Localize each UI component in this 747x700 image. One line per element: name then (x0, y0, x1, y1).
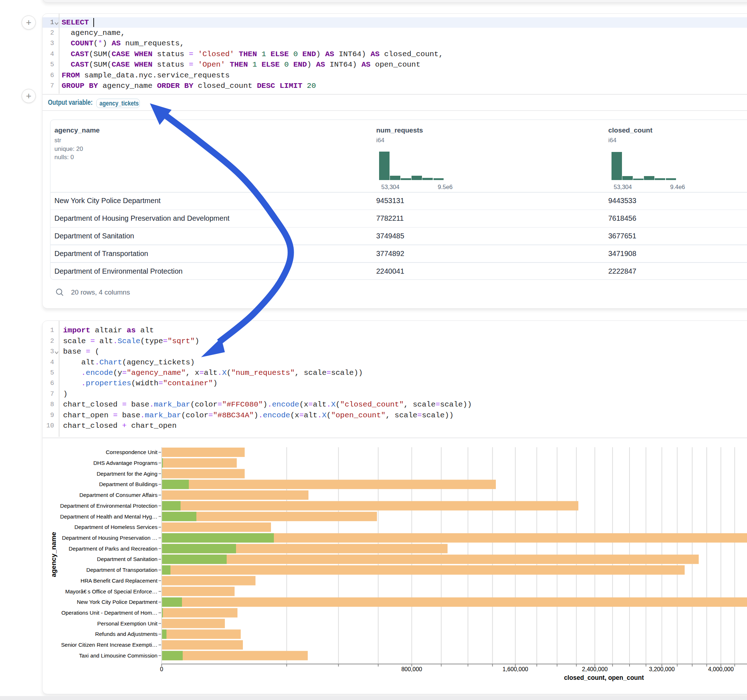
svg-text:0: 0 (160, 666, 163, 672)
svg-text:Department of Environmental Pr: Department of Environmental Protection (60, 503, 157, 509)
svg-text:Department of Consumer Affairs: Department of Consumer Affairs (79, 492, 157, 498)
svg-text:Mayorâ€ s Office of Special En: Mayorâ€ s Office of Special Enforce… (65, 588, 157, 594)
svg-text:Department of Health and Menta: Department of Health and Mental Hyg… (60, 513, 157, 520)
svg-text:Department of Parks and Recrea: Department of Parks and Recreation (68, 546, 157, 552)
svg-text:Department of Housing Preserva: Department of Housing Preservation … (62, 535, 157, 541)
svg-text:3,200,000: 3,200,000 (649, 666, 674, 672)
svg-text:Department of Transportation: Department of Transportation (86, 567, 157, 573)
svg-text:DHS Advantage Programs: DHS Advantage Programs (93, 460, 158, 466)
svg-text:Refunds and Adjustments: Refunds and Adjustments (95, 631, 157, 637)
svg-text:1,600,000: 1,600,000 (503, 666, 528, 672)
svg-text:4,000,000: 4,000,000 (708, 666, 734, 672)
svg-text:Department of Buildings: Department of Buildings (99, 481, 157, 487)
svg-text:2,400,000: 2,400,000 (582, 666, 608, 672)
svg-text:closed_count, open_count: closed_count, open_count (564, 674, 644, 681)
svg-text:Operations Unit - Department o: Operations Unit - Department of Hom… (61, 609, 157, 616)
svg-text:New York City Police Departmen: New York City Police Department (77, 599, 157, 605)
svg-text:Department of Homeless Service: Department of Homeless Services (75, 524, 158, 530)
svg-text:Department for the Aging: Department for the Aging (97, 471, 157, 477)
svg-text:agency_name: agency_name (50, 532, 57, 577)
svg-text:Department of Sanitation: Department of Sanitation (97, 556, 157, 562)
svg-text:HRA Benefit Card Replacement: HRA Benefit Card Replacement (80, 578, 157, 584)
svg-text:Taxi and Limousine Commission: Taxi and Limousine Commission (79, 652, 157, 659)
svg-text:Senior Citizen Rent Increase E: Senior Citizen Rent Increase Exempti… (61, 642, 157, 648)
svg-text:Correspondence Unit: Correspondence Unit (106, 449, 157, 455)
svg-text:Personal Exemption Unit: Personal Exemption Unit (97, 620, 158, 626)
svg-text:800,000: 800,000 (401, 666, 422, 672)
